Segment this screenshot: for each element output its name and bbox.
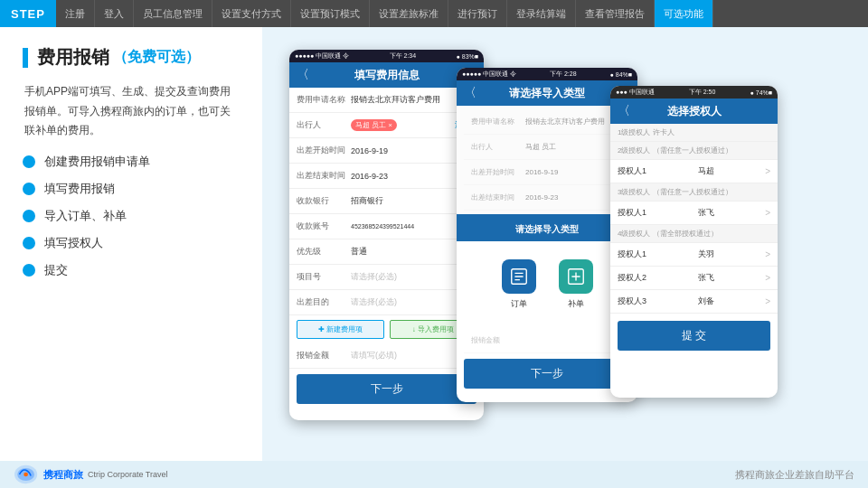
auth-arrow-3: > — [765, 249, 770, 259]
title-main: 费用报销 — [37, 45, 109, 70]
auth-row-zhangfei[interactable]: 授权人1 张飞 > — [610, 202, 778, 225]
import-order-item[interactable]: 订单 — [502, 259, 536, 310]
step-dot — [23, 237, 35, 249]
step-badge: STEP — [0, 0, 56, 27]
phone1: ●●●●● 中国联通 令 下午 2:34 ● 83%■ 〈 填写费用信息 费用申… — [289, 50, 484, 420]
auth-name-value2: 张飞 — [698, 207, 714, 219]
field-label-bank: 收款银行 — [297, 195, 351, 207]
footer-brand-name: 携程商旅 — [43, 468, 83, 482]
field-value-purpose: 请选择(必选) — [351, 296, 471, 308]
form-row-amount[interactable]: 报销金额 请填写(必填) — [289, 343, 484, 369]
field-label-priority: 优先级 — [297, 246, 351, 258]
top-nav: STEP 注册 登入 员工信息管理 设置支付方式 设置预订模式 设置差旅标准 进… — [0, 0, 868, 27]
auth-section-4-header: 4级授权人 （需全部授权通过） — [610, 225, 778, 243]
nav-item-employee[interactable]: 员工信息管理 — [134, 0, 212, 27]
field-value-project: 请选择(必选) — [351, 271, 471, 283]
step-dot — [23, 155, 35, 168]
form-row-project[interactable]: 项目号 请选择(必选) > — [289, 265, 484, 290]
phone1-header: 〈 填写费用信息 — [289, 62, 484, 88]
phone1-status-bar: ●●●●● 中国联通 令 下午 2:34 ● 83%■ — [289, 50, 484, 62]
auth-name-label4: 授权人2 — [618, 272, 646, 284]
form-row-purpose[interactable]: 出差目的 请选择(必选) > — [289, 290, 484, 315]
form-row-account[interactable]: 收款账号 452368524399521444 — [289, 214, 484, 239]
field-label-account: 收款账号 — [297, 221, 351, 232]
step-dot — [23, 183, 35, 195]
steps-list: 创建费用报销申请单 填写费用报销 导入订单、补单 填写授权人 提交 — [23, 154, 240, 278]
step-item-4: 填写授权人 — [23, 235, 240, 251]
form-row-end[interactable]: 出差结束时间 2016-9-23 > — [289, 164, 484, 189]
footer-subbrand: Ctrip Corporate Travel — [88, 470, 168, 479]
import-supplement-item[interactable]: 补单 — [559, 259, 593, 310]
auth-section-3-header: 3级授权人 （需任意一人授权通过） — [610, 183, 778, 202]
auth-row-machao[interactable]: 授权人1 马超 > — [610, 160, 778, 183]
field-label-end: 出差结束时间 — [297, 170, 351, 182]
phone1-back-arrow[interactable]: 〈 — [297, 67, 309, 83]
auth-name-label2: 授权人1 — [618, 207, 646, 219]
supplement-icon — [559, 259, 593, 294]
auth-arrow-2: > — [765, 208, 770, 218]
form-row-bank[interactable]: 收款银行 招商银行 > — [289, 189, 484, 214]
ctrip-logo-icon — [14, 465, 39, 484]
form-row-start[interactable]: 出差开始时间 2016-9-19 > — [289, 138, 484, 164]
auth-row-zhangfei2[interactable]: 授权人2 张飞 > — [610, 267, 778, 290]
nav-item-optional[interactable]: 可选功能 — [655, 0, 713, 27]
order-label: 订单 — [511, 298, 527, 310]
p2-bg-row3: 出差开始时间 2016-9-19 — [464, 160, 630, 185]
phone2-status-bar: ●●●●● 中国联通 令 下午 2:28 ● 84%■ — [457, 68, 637, 80]
field-label-name: 费用申请名称 — [297, 94, 351, 106]
person-name: 马超 员工 — [355, 120, 386, 130]
form-row-priority[interactable]: 优先级 普通 > — [289, 239, 484, 265]
phone3-header: 〈 选择授权人 — [610, 99, 778, 124]
p2-bg-row4: 出差结束时间 2016-9-23 — [464, 185, 630, 211]
supplement-label: 补单 — [568, 298, 584, 310]
p2-bg-row2: 出行人 马超 员工 — [464, 135, 630, 160]
auth-name-label1: 授权人1 — [618, 165, 646, 177]
field-label-purpose: 出差目的 — [297, 296, 351, 308]
title-sub: （免费可选） — [113, 48, 200, 67]
auth-name-value3: 关羽 — [698, 249, 714, 260]
form-row-name: 费用申请名称 报销去北京拜访客户费用 — [289, 88, 484, 113]
phone2-back-arrow[interactable]: 〈 — [464, 85, 476, 101]
auth-name-value1: 马超 — [698, 165, 714, 177]
nav-item-payment[interactable]: 设置支付方式 — [212, 0, 291, 27]
phone3-submit-btn[interactable]: 提 交 — [618, 321, 770, 351]
left-panel: 费用报销 （免费可选） 手机APP端可填写、生成、提交及查询费用报销单。可导入携… — [0, 27, 262, 470]
nav-item-booking-mode[interactable]: 设置预订模式 — [291, 0, 370, 27]
step-dot — [23, 210, 35, 222]
form-row-person: 出行人 马超 员工 × 添加 > — [289, 113, 484, 138]
auth-name-label3: 授权人1 — [618, 249, 646, 260]
nav-item-reserve[interactable]: 进行预订 — [448, 0, 507, 27]
svg-point-9 — [24, 473, 28, 477]
auth-name-value5: 刘备 — [698, 296, 714, 307]
phone1-next-btn[interactable]: 下一步 — [297, 374, 476, 404]
auth-row-guanyu[interactable]: 授权人1 关羽 > — [610, 243, 778, 267]
nav-item-login[interactable]: 登入 — [95, 0, 134, 27]
phone3-title: 选择授权人 — [667, 104, 722, 119]
auth-name-value4: 张飞 — [698, 272, 714, 284]
footer-slogan: 携程商旅企业差旅自助平台 — [735, 468, 854, 482]
section-title: 费用报销 （免费可选） — [23, 45, 240, 70]
field-label-start: 出差开始时间 — [297, 145, 351, 156]
phone3-back-arrow[interactable]: 〈 — [618, 103, 630, 119]
nav-items: 注册 登入 员工信息管理 设置支付方式 设置预订模式 设置差旅标准 进行预订 登… — [56, 0, 868, 27]
field-value-end: 2016-9-23 — [351, 172, 471, 181]
person-tag-remove[interactable]: × — [388, 121, 392, 129]
auth-row-liubei[interactable]: 授权人3 刘备 > — [610, 290, 778, 314]
phone2-title: 请选择导入类型 — [509, 86, 585, 101]
step-item-2: 填写费用报销 — [23, 181, 240, 197]
add-buttons-row: ✚新建费用项 ↓导入费用项 — [289, 315, 484, 343]
footer-logo: 携程商旅 Ctrip Corporate Travel — [14, 465, 168, 484]
phone1-title: 填写费用信息 — [354, 68, 420, 83]
nav-item-checkout[interactable]: 登录结算端 — [507, 0, 576, 27]
nav-item-report[interactable]: 查看管理报告 — [576, 0, 655, 27]
blue-accent — [23, 48, 28, 68]
nav-item-register[interactable]: 注册 — [56, 0, 95, 27]
field-value-start: 2016-9-19 — [351, 146, 471, 155]
new-expense-btn[interactable]: ✚新建费用项 — [297, 320, 384, 339]
auth-arrow-1: > — [765, 166, 770, 176]
nav-item-travel-std[interactable]: 设置差旅标准 — [370, 0, 448, 27]
auth-name-label5: 授权人3 — [618, 296, 646, 307]
order-icon — [502, 259, 536, 294]
step-item-3: 导入订单、补单 — [23, 208, 240, 224]
phone2-next-btn[interactable]: 下一步 — [464, 359, 630, 389]
